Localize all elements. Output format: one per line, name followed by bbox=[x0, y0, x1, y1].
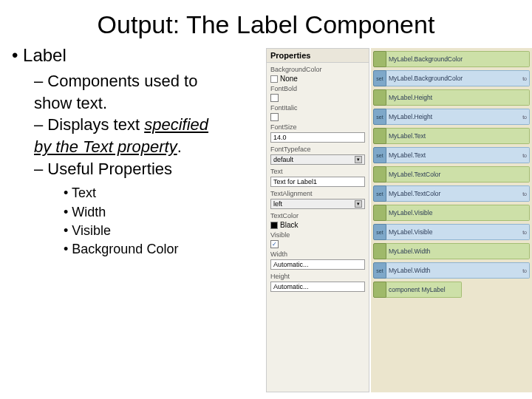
block-body: MyLabel.Textto bbox=[386, 147, 530, 163]
setter-block[interactable]: setMyLabel.BackgroundColorto bbox=[373, 70, 530, 86]
emphasis: specified bbox=[144, 115, 208, 134]
getter-block[interactable]: MyLabel.TextColor bbox=[373, 166, 530, 183]
text: left bbox=[273, 200, 282, 208]
prop-label: FontTypeface bbox=[270, 146, 365, 153]
sub-line: Components used to bbox=[34, 70, 260, 92]
block-body: MyLabel.BackgroundColor bbox=[386, 51, 530, 67]
sub-line: Useful Properties bbox=[34, 158, 260, 180]
properties-header: Properties bbox=[267, 49, 369, 63]
block-body: MyLabel.Widthto bbox=[386, 262, 530, 279]
puzzle-tab-icon bbox=[373, 205, 386, 221]
getter-block[interactable]: MyLabel.Visible bbox=[373, 205, 530, 221]
block-label: MyLabel.Visible bbox=[389, 209, 432, 216]
puzzle-tab-icon bbox=[373, 51, 386, 67]
puzzle-tab-icon bbox=[373, 128, 386, 144]
swatch-icon bbox=[270, 222, 278, 229]
puzzle-tab-icon: set bbox=[373, 224, 386, 240]
block-label: MyLabel.Text bbox=[389, 132, 426, 140]
emphasis: by the Text property bbox=[34, 137, 177, 156]
getter-block[interactable]: MyLabel.BackgroundColor bbox=[373, 51, 530, 67]
sub-bullets: Components used to show text. Displays t… bbox=[12, 70, 260, 180]
fontbold-checkbox[interactable] bbox=[270, 94, 279, 102]
sub-line: by the Text property. bbox=[34, 136, 260, 158]
chevron-down-icon: ▾ bbox=[355, 156, 362, 163]
panels-column: Properties BackgroundColor None FontBold… bbox=[266, 45, 532, 392]
puzzle-tab-icon bbox=[373, 243, 386, 259]
bullet-label: Label bbox=[12, 45, 260, 66]
block-label: MyLabel.TextColor bbox=[389, 171, 440, 178]
getter-block[interactable]: component MyLabel bbox=[373, 282, 462, 298]
puzzle-tab-icon bbox=[373, 89, 386, 106]
to-label: to bbox=[522, 268, 527, 273]
text: None bbox=[280, 75, 298, 83]
prop-label: TextAlignment bbox=[270, 190, 365, 197]
block-body: MyLabel.TextColorto bbox=[386, 185, 530, 202]
block-body: MyLabel.Visible bbox=[386, 205, 530, 221]
list-item: Visible bbox=[64, 222, 260, 240]
setter-block[interactable]: setMyLabel.Textto bbox=[373, 147, 530, 163]
text-input[interactable]: Text for Label1 bbox=[270, 177, 365, 187]
block-label: component MyLabel bbox=[389, 286, 446, 293]
bgcolor-value[interactable]: None bbox=[270, 75, 365, 83]
height-input[interactable]: Automatic... bbox=[270, 282, 365, 292]
dash-icon bbox=[34, 72, 47, 90]
blocks-panel: MyLabel.BackgroundColorsetMyLabel.Backgr… bbox=[371, 48, 532, 392]
content-row: Label Components used to show text. Disp… bbox=[0, 45, 532, 392]
typeface-select[interactable]: default▾ bbox=[270, 154, 365, 165]
puzzle-tab-icon: set bbox=[373, 147, 386, 163]
block-label: MyLabel.Width bbox=[389, 248, 430, 255]
prop-label: FontItalic bbox=[270, 104, 365, 112]
prop-label: BackgroundColor bbox=[270, 66, 365, 73]
text: Displays text bbox=[47, 115, 144, 134]
prop-label: Height bbox=[270, 273, 365, 280]
puzzle-tab-icon bbox=[373, 282, 386, 298]
sub-line: show text. bbox=[34, 92, 260, 115]
puzzle-tab-icon: set bbox=[373, 262, 386, 279]
slide-title: Output: The Label Component bbox=[0, 0, 532, 45]
text: Useful Properties bbox=[47, 160, 172, 178]
prop-label: Visible bbox=[270, 231, 365, 239]
setter-block[interactable]: setMyLabel.Heightto bbox=[373, 109, 530, 125]
block-label: MyLabel.Width bbox=[389, 267, 430, 274]
getter-block[interactable]: MyLabel.Height bbox=[373, 89, 530, 106]
block-body: MyLabel.TextColor bbox=[386, 166, 530, 183]
fontsize-input[interactable]: 14.0 bbox=[270, 132, 365, 143]
visible-checkbox[interactable]: ✓ bbox=[270, 240, 279, 248]
textcolor-value[interactable]: Black bbox=[270, 221, 365, 229]
alignment-select[interactable]: left▾ bbox=[270, 199, 365, 209]
sub-sub-list: Text Width Visible Background Color bbox=[12, 184, 260, 259]
prop-label: TextColor bbox=[270, 212, 365, 219]
puzzle-tab-icon: set bbox=[373, 185, 386, 202]
prop-label: Text bbox=[270, 168, 365, 175]
block-label: MyLabel.Text bbox=[389, 151, 426, 159]
swatch-icon bbox=[270, 75, 278, 83]
getter-block[interactable]: MyLabel.Text bbox=[373, 128, 530, 144]
block-label: MyLabel.BackgroundColor bbox=[389, 75, 463, 82]
width-input[interactable]: Automatic... bbox=[270, 259, 365, 270]
getter-block[interactable]: MyLabel.Width bbox=[373, 243, 530, 259]
text: . bbox=[177, 137, 182, 156]
dash-icon bbox=[34, 115, 47, 134]
block-body: component MyLabel bbox=[386, 282, 462, 298]
setter-block[interactable]: setMyLabel.Widthto bbox=[373, 262, 530, 279]
puzzle-tab-icon bbox=[373, 166, 386, 183]
puzzle-tab-icon: set bbox=[373, 70, 386, 86]
text-column: Label Components used to show text. Disp… bbox=[0, 45, 266, 392]
block-label: MyLabel.TextColor bbox=[389, 190, 440, 197]
block-label: MyLabel.Height bbox=[389, 94, 432, 101]
chevron-down-icon: ▾ bbox=[355, 200, 362, 208]
to-label: to bbox=[522, 153, 527, 158]
prop-label: FontBold bbox=[270, 85, 365, 92]
fontitalic-checkbox[interactable] bbox=[270, 113, 279, 121]
to-label: to bbox=[522, 76, 527, 81]
block-label: MyLabel.Visible bbox=[389, 228, 432, 236]
to-label: to bbox=[522, 191, 527, 197]
text: default bbox=[273, 156, 293, 163]
to-label: to bbox=[522, 230, 527, 235]
setter-block[interactable]: setMyLabel.TextColorto bbox=[373, 185, 530, 202]
prop-label: FontSize bbox=[270, 123, 365, 131]
block-body: MyLabel.Heightto bbox=[386, 109, 530, 125]
block-body: MyLabel.Height bbox=[386, 89, 530, 106]
list-item: Text bbox=[64, 184, 260, 202]
setter-block[interactable]: setMyLabel.Visibleto bbox=[373, 224, 530, 240]
